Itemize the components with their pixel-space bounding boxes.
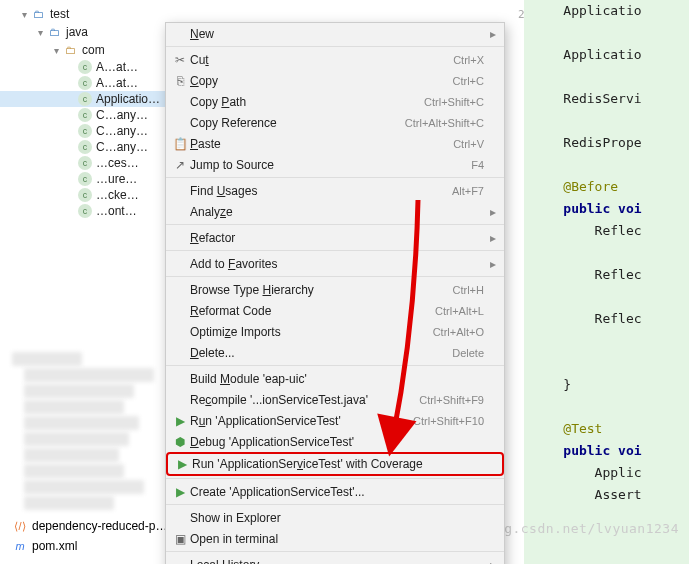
menu-item-run-applicationservicetest-with-coverage[interactable]: ▶Run 'ApplicationServiceTest' with Cover… <box>166 452 504 476</box>
menu-item-copy[interactable]: ⎘CopyCtrl+C <box>166 70 504 91</box>
menu-item-label: Recompile '...ionServiceTest.java' <box>190 393 411 407</box>
menu-item-reformat-code[interactable]: Reformat CodeCtrl+Alt+L <box>166 300 504 321</box>
class-icon: c <box>78 140 92 154</box>
menu-item-create-applicationservicetest[interactable]: ▶Create 'ApplicationServiceTest'... <box>166 481 504 502</box>
shortcut-label: F4 <box>471 159 484 171</box>
menu-item-icon: ▶ <box>172 457 192 471</box>
menu-item-run-applicationservicetest[interactable]: ▶Run 'ApplicationServiceTest'Ctrl+Shift+… <box>166 410 504 431</box>
menu-item-show-in-explorer[interactable]: Show in Explorer <box>166 507 504 528</box>
shortcut-label: Ctrl+Shift+C <box>424 96 484 108</box>
menu-item-label: Copy Path <box>190 95 416 109</box>
blurred-item <box>24 416 139 430</box>
blurred-item <box>24 384 134 398</box>
menu-item-label: Browse Type Hierarchy <box>190 283 445 297</box>
menu-item-new[interactable]: New▸ <box>166 23 504 44</box>
tree-label: …ces… <box>96 156 139 170</box>
menu-item-label: Build Module 'eap-uic' <box>190 372 484 386</box>
blurred-item <box>24 464 124 478</box>
menu-item-label: Find Usages <box>190 184 444 198</box>
xml-file-icon: ⟨/⟩ <box>12 518 28 534</box>
file-dependency-reduced[interactable]: ⟨/⟩ dependency-reduced-p… <box>12 516 167 536</box>
expand-arrow-icon[interactable]: ▾ <box>18 9 30 20</box>
menu-separator <box>166 504 504 505</box>
shortcut-label: Ctrl+Shift+F10 <box>413 415 484 427</box>
editor[interactable]: Applicatio Applicatio RedisServi RedisPr… <box>524 0 689 564</box>
menu-item-copy-reference[interactable]: Copy ReferenceCtrl+Alt+Shift+C <box>166 112 504 133</box>
expand-arrow-icon[interactable]: ▾ <box>50 45 62 56</box>
submenu-arrow-icon: ▸ <box>484 558 496 565</box>
code-line <box>532 154 689 176</box>
folder-icon: 🗀 <box>46 24 62 40</box>
tree-label: java <box>66 25 88 39</box>
menu-item-debug-applicationservicetest[interactable]: ⬢Debug 'ApplicationServiceTest' <box>166 431 504 452</box>
menu-item-copy-path[interactable]: Copy PathCtrl+Shift+C <box>166 91 504 112</box>
menu-item-label: Analyze <box>190 205 484 219</box>
menu-item-label: Jump to Source <box>190 158 463 172</box>
code-line: Reflec <box>532 308 689 330</box>
shortcut-label: Ctrl+Alt+Shift+C <box>405 117 484 129</box>
file-label: dependency-reduced-p… <box>32 519 167 533</box>
submenu-arrow-icon: ▸ <box>484 205 496 219</box>
shortcut-label: Ctrl+Shift+F9 <box>419 394 484 406</box>
menu-item-label: Copy Reference <box>190 116 397 130</box>
code-line <box>532 286 689 308</box>
code-line <box>532 352 689 374</box>
class-icon: c <box>78 76 92 90</box>
folder-icon: 🗀 <box>62 42 78 58</box>
tree-item-test[interactable]: ▾🗀test <box>0 5 210 23</box>
shortcut-label: Alt+F7 <box>452 185 484 197</box>
class-icon: c <box>78 156 92 170</box>
menu-separator <box>166 46 504 47</box>
menu-item-label: Reformat Code <box>190 304 427 318</box>
menu-item-build-module-eap-uic[interactable]: Build Module 'eap-uic' <box>166 368 504 389</box>
code-line: Assert <box>532 484 689 506</box>
code-line: @Test <box>532 418 689 440</box>
menu-item-open-in-terminal[interactable]: ▣Open in terminal <box>166 528 504 549</box>
menu-item-icon: ▶ <box>170 414 190 428</box>
menu-item-delete[interactable]: Delete...Delete <box>166 342 504 363</box>
menu-separator <box>166 365 504 366</box>
file-pom-xml[interactable]: m pom.xml <box>12 536 167 556</box>
blurred-item <box>24 448 119 462</box>
code-line: RedisPrope <box>532 132 689 154</box>
menu-item-browse-type-hierarchy[interactable]: Browse Type HierarchyCtrl+H <box>166 279 504 300</box>
menu-item-icon: ↗ <box>170 158 190 172</box>
code-line <box>532 66 689 88</box>
expand-arrow-icon[interactable]: ▾ <box>34 27 46 38</box>
tree-label: A…at… <box>96 76 138 90</box>
menu-item-analyze[interactable]: Analyze▸ <box>166 201 504 222</box>
code-line <box>532 330 689 352</box>
menu-item-label: Show in Explorer <box>190 511 484 525</box>
menu-item-paste[interactable]: 📋PasteCtrl+V <box>166 133 504 154</box>
shortcut-label: Ctrl+C <box>453 75 484 87</box>
shortcut-label: Ctrl+Alt+L <box>435 305 484 317</box>
tree-label: C…any… <box>96 140 148 154</box>
tree-label: …cke… <box>96 188 139 202</box>
code-line: public voi <box>532 198 689 220</box>
blurred-item <box>24 432 129 446</box>
code-line: Applicatio <box>532 44 689 66</box>
code-line: Applicatio <box>532 0 689 22</box>
menu-item-find-usages[interactable]: Find UsagesAlt+F7 <box>166 180 504 201</box>
blurred-item <box>24 480 144 494</box>
menu-item-recompile-ionservicetest-java[interactable]: Recompile '...ionServiceTest.java'Ctrl+S… <box>166 389 504 410</box>
menu-item-label: Optimize Imports <box>190 325 425 339</box>
blurred-item <box>24 496 114 510</box>
menu-item-jump-to-source[interactable]: ↗Jump to SourceF4 <box>166 154 504 175</box>
menu-item-refactor[interactable]: Refactor▸ <box>166 227 504 248</box>
shortcut-label: Ctrl+H <box>453 284 484 296</box>
menu-item-icon: ⎘ <box>170 74 190 88</box>
blurred-item <box>24 368 154 382</box>
menu-item-local-history[interactable]: Local History▸ <box>166 554 504 564</box>
menu-item-optimize-imports[interactable]: Optimize ImportsCtrl+Alt+O <box>166 321 504 342</box>
submenu-arrow-icon: ▸ <box>484 27 496 41</box>
tree-label: Applicatio… <box>96 92 160 106</box>
context-menu: New▸✂CutCtrl+X⎘CopyCtrl+CCopy PathCtrl+S… <box>165 22 505 564</box>
code-line <box>532 396 689 418</box>
tree-label: …ont… <box>96 204 137 218</box>
class-icon: c <box>78 172 92 186</box>
menu-item-cut[interactable]: ✂CutCtrl+X <box>166 49 504 70</box>
shortcut-label: Delete <box>452 347 484 359</box>
tree-label: test <box>50 7 69 21</box>
menu-item-add-to-favorites[interactable]: Add to Favorites▸ <box>166 253 504 274</box>
